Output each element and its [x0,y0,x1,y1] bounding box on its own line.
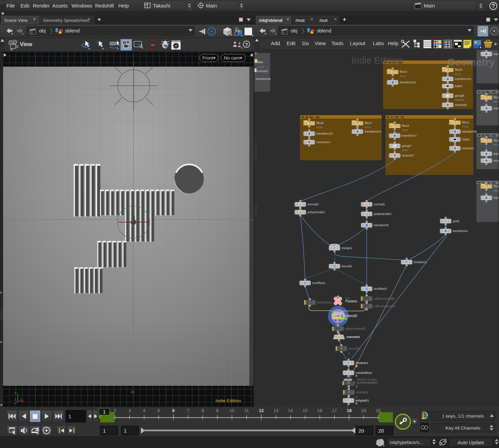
svg-text:normal1: normal1 [374,203,385,206]
svg-text:file26: file26 [316,121,324,125]
svg-text:H: H2 - H3: H: H2 - H3 [305,116,319,119]
svg-text:N4.ai: N4.ai [494,100,499,103]
svg-text:Y: Y3 - Y2: Y: Y3 - Y2 [391,116,404,119]
svg-text:polyextrude1: polyextrude1 [307,211,325,214]
svg-text:smooth2: smooth2 [356,391,368,394]
svg-text:y: y [15,390,17,394]
svg-text:x: x [20,397,22,401]
svg-text:merge1: merge1 [342,246,352,250]
svg-text:pointwrangle1: pointwrangle1 [357,381,378,384]
svg-text:transform24: transform24 [365,130,381,133]
svg-text:N: N4 - N5: N: N4 - N5 [482,90,496,94]
svg-text:bound1: bound1 [342,264,352,268]
svg-text:vdbreshapesdf1: vdbreshapesdf1 [374,304,396,308]
svg-text:P: P [356,396,357,399]
svg-text:N: N3 - N2: N: N3 - N2 [482,134,496,137]
svg-text:transform12: transform12 [455,77,471,81]
svg-text:sblend0: sblend0 [345,314,357,318]
svg-text:polyextrude2: polyextrude2 [374,212,392,216]
svg-text:3: 3 [228,217,230,221]
svg-text:file20: file20 [494,185,499,188]
svg-text:N1.ai: N1.ai [400,74,406,78]
svg-text:file15: file15 [455,68,462,71]
svg-text:2: 2 [198,217,199,221]
svg-text:group7: group7 [402,144,411,148]
svg-text:N2.ai: N2.ai [455,72,461,76]
svg-text:file10: file10 [402,124,409,127]
svg-text:transf: transf [494,152,499,155]
svg-text:reverse1: reverse1 [462,147,474,150]
svg-text:z: z [14,397,16,401]
svg-text:reverse5: reverse5 [455,103,467,107]
svg-text:vdbsmoothsdf2: vdbsmoothsdf2 [374,297,395,300]
svg-text:Geometry: Geometry [447,56,495,68]
svg-text:Y2.ai: Y2.ai [462,125,468,128]
svg-text:convertline1: convertline1 [356,371,372,375]
svg-text:file22: file22 [494,96,499,99]
svg-text:transform1: transform1 [317,301,332,304]
svg-text:-5: -5 [130,390,135,393]
svg-text:VDB: VDB [365,299,368,301]
svg-text:Params: Params [345,299,357,303]
svg-text:isooffset2: isooffset2 [374,287,387,290]
svg-text:N3.ai: N3.ai [494,143,499,146]
svg-text:boolean1: boolean1 [356,361,368,365]
svg-text:file11: file11 [462,121,469,124]
svg-text:normal2: normal2 [307,203,319,206]
svg-text:transform23: transform23 [316,132,333,135]
svg-text:reverse7: reverse7 [402,154,414,157]
svg-text:file14: file14 [400,70,407,73]
svg-text:file27: file27 [365,121,372,125]
svg-text:vdbsmoothsdf1: vdbsmoothsdf1 [345,327,366,330]
svg-text:reverse14: reverse14 [316,140,330,144]
svg-text:H1.ai: H1.ai [365,126,371,129]
svg-text:Indie Edition: Indie Edition [352,55,403,66]
svg-text:-2: -2 [70,217,73,221]
svg-text:smooth3: smooth3 [349,347,360,350]
svg-text:boolean2: boolean2 [414,260,426,264]
svg-text:N4.ai: N4.ai [494,189,499,192]
svg-text:transform7: transform7 [402,134,417,137]
svg-text:VDB: VDB [365,307,368,309]
svg-text:VDB: VDB [337,329,340,331]
svg-text:convert1: convert1 [346,335,360,339]
svg-text:H5.ai: H5.ai [316,126,323,129]
svg-text:grid1: grid1 [453,219,460,223]
svg-text:group6: group6 [455,94,464,97]
svg-text:1: 1 [166,217,168,221]
svg-text:transf: transf [494,196,499,200]
svg-text:file9: file9 [257,60,263,64]
svg-text:reverse2: reverse2 [256,69,268,73]
svg-text:revers: revers [494,159,499,162]
svg-text:transf: transf [494,107,499,110]
svg-text:2-2.ai: 2-2.ai [257,65,264,68]
svg-text:transform6: transform6 [256,77,271,81]
svg-text:P: P [348,352,350,355]
svg-text:isooffset1: isooffset1 [312,281,325,285]
svg-text:hole2: hole2 [462,138,470,141]
svg-text:-1: -1 [101,217,104,221]
svg-text:circle: circle [402,149,408,152]
svg-text:transf: transf [494,52,499,56]
svg-text:transform4: transform4 [453,229,468,233]
svg-text:Y3.ai: Y3.ai [402,128,408,132]
svg-text:hasHole: hasHole [455,98,464,101]
svg-text:transform5: transform5 [374,223,389,227]
svg-text:polypath1: polypath1 [356,399,369,402]
svg-text:transform8: transform8 [462,130,477,133]
svg-text:Indie Edition: Indie Edition [215,398,241,403]
svg-text:file16: file16 [494,139,499,142]
svg-text:transform11: transform11 [400,81,416,84]
svg-text:hole4: hole4 [455,84,462,88]
